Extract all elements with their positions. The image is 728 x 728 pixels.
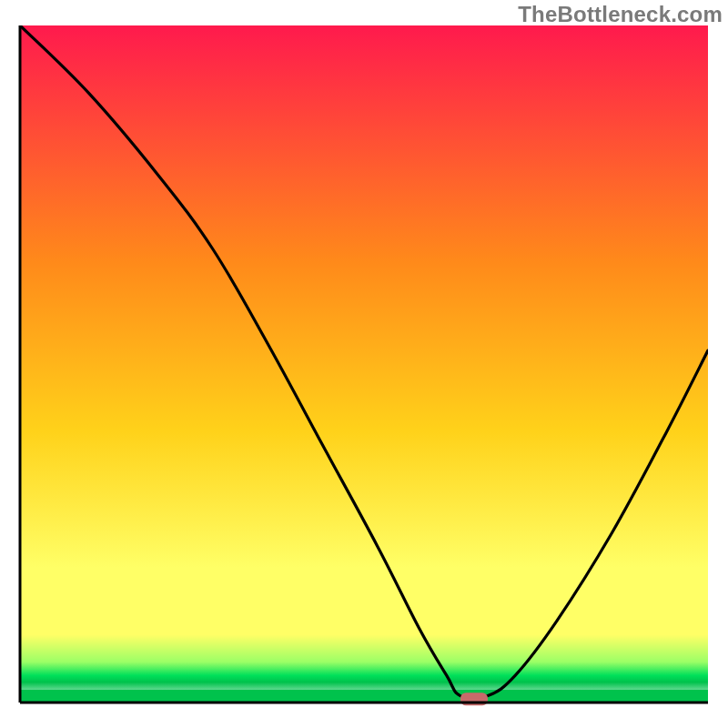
- plot-background: [20, 25, 708, 703]
- chart-stage: TheBottleneck.com: [0, 0, 728, 728]
- optimal-band: [20, 690, 708, 703]
- bottleneck-plot: [0, 0, 728, 728]
- watermark-text: TheBottleneck.com: [518, 2, 723, 27]
